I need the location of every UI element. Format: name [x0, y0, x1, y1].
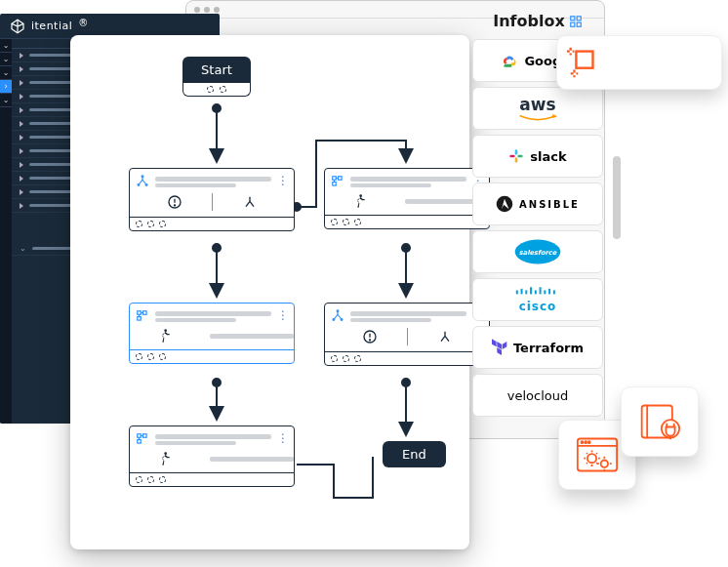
start-node[interactable]: Start: [182, 57, 251, 97]
port-dot[interactable]: [354, 219, 361, 225]
grid-icon: [136, 309, 149, 323]
svg-rect-60: [553, 290, 555, 294]
end-node[interactable]: End: [383, 441, 446, 467]
task-head: ⋮: [130, 304, 294, 326]
book-plug-icon: [636, 400, 683, 443]
svg-point-65: [585, 441, 586, 443]
chevron-down-icon: ⌄: [20, 244, 26, 253]
triangle-right-icon: [20, 148, 23, 154]
port-dot[interactable]: [147, 353, 154, 360]
brand-text: itential: [31, 20, 72, 32]
port-dot[interactable]: [136, 476, 142, 483]
svg-rect-61: [576, 52, 592, 68]
port-dot[interactable]: [136, 221, 142, 227]
svg-rect-19: [138, 317, 142, 321]
scrollbar-thumb[interactable]: [613, 156, 621, 239]
terraform-icon: [492, 339, 507, 356]
task-menu[interactable]: ⋮: [277, 175, 288, 186]
port-dot[interactable]: [331, 355, 338, 362]
svg-rect-56: [535, 290, 537, 294]
svg-point-22: [164, 329, 167, 332]
integration-label: Terraform: [513, 341, 584, 355]
ansible-icon: [496, 195, 513, 213]
task-node[interactable]: ⋮: [129, 425, 295, 487]
cisco-bars-icon: [515, 286, 560, 298]
integration-velocloud[interactable]: velocloud: [472, 374, 603, 417]
placeholder-line: [210, 334, 294, 339]
svg-rect-57: [540, 287, 542, 294]
window-dot: [214, 7, 220, 13]
port-row: [325, 215, 489, 228]
chevron-down-icon[interactable]: ⌄: [0, 39, 12, 53]
integration-terraform[interactable]: Terraform: [472, 326, 603, 369]
task-node[interactable]: ⋮: [129, 168, 295, 231]
port-dot[interactable]: [220, 86, 226, 93]
port-dot[interactable]: [354, 355, 361, 362]
port-dot[interactable]: [147, 221, 154, 227]
svg-point-40: [369, 340, 370, 341]
port-row: [325, 351, 489, 365]
svg-point-36: [333, 319, 335, 321]
task-menu[interactable]: ⋮: [277, 309, 288, 321]
port-dot[interactable]: [159, 221, 166, 227]
task-head: ⋮: [130, 426, 294, 449]
chevron-down-icon[interactable]: ⌄: [0, 66, 12, 80]
triangle-right-icon: [20, 53, 23, 59]
svg-rect-41: [571, 16, 575, 20]
integration-ansible[interactable]: ANSIBLE: [472, 182, 603, 225]
svg-point-16: [174, 205, 175, 206]
svg-rect-59: [548, 289, 550, 295]
integration-label: velocloud: [507, 388, 568, 403]
svg-text:salesforce: salesforce: [519, 249, 557, 257]
grid-icon: [331, 175, 344, 188]
left-pane: ⌄ ⌄ ⌄ › ⌄: [0, 39, 12, 424]
svg-rect-53: [521, 289, 523, 295]
adapter-card[interactable]: [621, 386, 699, 457]
svg-rect-17: [138, 311, 142, 315]
svg-rect-31: [333, 182, 337, 186]
chevron-right-icon[interactable]: ›: [0, 80, 12, 94]
window-dot: [194, 7, 200, 13]
integration-label: aws: [519, 95, 555, 114]
task-menu[interactable]: ⋮: [277, 432, 288, 444]
port-row: [182, 83, 251, 97]
port-dot[interactable]: [343, 355, 349, 362]
svg-rect-24: [143, 434, 147, 438]
task-node-selected[interactable]: ⋮: [129, 303, 295, 364]
integration-aws[interactable]: aws: [472, 87, 603, 130]
port-dot[interactable]: [207, 86, 214, 93]
svg-rect-62: [578, 439, 617, 471]
integration-slack[interactable]: slack: [472, 135, 603, 178]
port-dot[interactable]: [159, 353, 166, 360]
task-node[interactable]: ⋮: [324, 303, 490, 366]
port-dot[interactable]: [136, 353, 142, 360]
crop-icon: [565, 44, 602, 81]
run-person-icon: [157, 451, 173, 466]
infoblox-label: Infoblox: [493, 12, 565, 30]
triangle-right-icon: [20, 107, 23, 113]
fork-icon: [242, 194, 258, 210]
port-dot[interactable]: [147, 476, 154, 483]
triangle-right-icon: [20, 162, 23, 168]
chevron-down-icon[interactable]: ⌄: [0, 94, 12, 107]
port-dot[interactable]: [331, 219, 338, 225]
task-node[interactable]: ⋮: [324, 168, 490, 229]
svg-rect-52: [516, 290, 518, 294]
port-dot[interactable]: [343, 219, 349, 225]
integration-cisco[interactable]: cisco: [472, 278, 603, 321]
svg-rect-30: [339, 177, 343, 181]
integration-salesforce[interactable]: salesforce: [472, 230, 603, 273]
svg-rect-29: [333, 177, 337, 181]
branch-icon: [331, 309, 344, 323]
port-dot[interactable]: [159, 476, 166, 483]
svg-rect-54: [525, 290, 527, 294]
workflow-canvas[interactable]: Start ⋮ ⋮ ⋮: [70, 35, 469, 549]
salesforce-icon: salesforce: [513, 237, 562, 266]
vertical-separator: [212, 193, 213, 211]
grid-icon: [136, 432, 149, 446]
placeholder-lines: [155, 309, 271, 324]
chevron-down-icon[interactable]: ⌄: [0, 53, 12, 66]
svg-rect-42: [577, 16, 581, 20]
task-body: [325, 191, 489, 215]
port-row: [130, 217, 294, 230]
